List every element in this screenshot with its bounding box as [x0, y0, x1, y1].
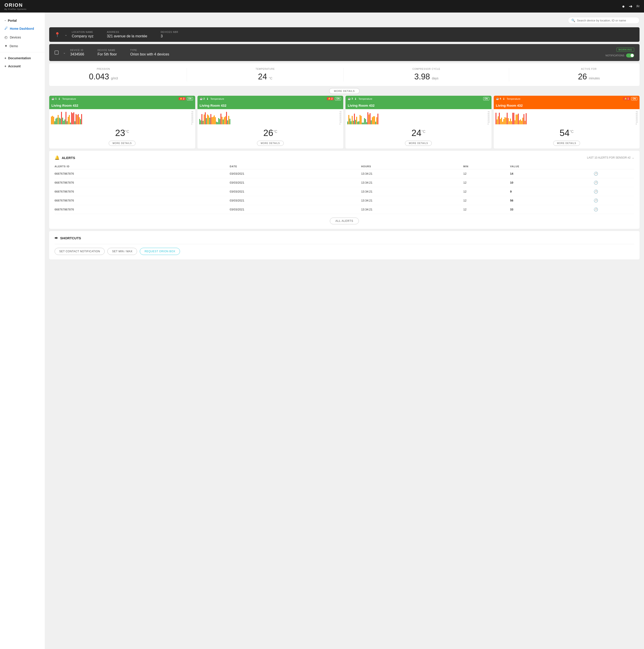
alert-id-cell: 668767867876	[54, 178, 230, 187]
search-input[interactable]	[577, 19, 636, 22]
sensor-chart-area: 70 50 40 30 20 10 0	[198, 109, 343, 126]
device-name-label: DEVICE NAME	[97, 49, 117, 51]
alert-detail-icon[interactable]: 🕐	[594, 172, 598, 176]
alerts-table: ALERTS ID DATE HOURS MIN VALUE 668767867…	[54, 164, 634, 214]
alert-detail-icon[interactable]: 🕐	[594, 190, 598, 193]
sensor-header: ☕ 3 🌡 Temperature ON	[345, 96, 491, 102]
sidebar-item-home-dashboard[interactable]: ☄ Home Dashbord	[0, 24, 45, 33]
alert-id-cell: 668767867876	[54, 196, 230, 205]
alert-value-cell: 33	[510, 205, 594, 214]
stat-temperature: TEMPERATURE 24 °C	[256, 68, 275, 81]
stat-active-value-wrap: 26 minutes	[578, 72, 600, 81]
device-chevron-icon[interactable]: ⌄	[63, 51, 66, 54]
sidebar-item-label: Documentation	[8, 56, 31, 60]
chart-bar	[215, 117, 216, 124]
alert-value-cell: 14	[510, 169, 594, 178]
chart-bar	[51, 117, 52, 124]
chart-bar	[68, 117, 69, 124]
chart-bar	[498, 116, 499, 124]
chart-bar	[78, 114, 79, 124]
alerts-sensor-label[interactable]: LAST 10 ALERTS FOR SENSOR #2 ⌄	[587, 156, 634, 159]
sensor-name-bar: Living Room 432	[345, 102, 491, 109]
chart-bar	[368, 112, 368, 124]
device-status-wrap: WORKING NOTIFICATIONS	[606, 48, 634, 57]
shortcut-set-min-max-button[interactable]: SET MIN / MAX	[108, 248, 137, 255]
alert-action-cell[interactable]: 🕐	[594, 196, 634, 205]
chart-bar	[353, 121, 354, 124]
chart-bar	[200, 120, 201, 124]
sensor-type: Temperature	[358, 97, 482, 100]
sidebar-item-account[interactable]: + Account	[0, 62, 45, 70]
alert-detail-icon[interactable]: 🕐	[594, 208, 598, 211]
alert-action-cell[interactable]: 🕐	[594, 205, 634, 214]
alert-min-cell: 12	[463, 205, 510, 214]
chart-bar	[81, 114, 82, 124]
sidebar-collapse-btn[interactable]: − Portal	[0, 17, 45, 24]
chart-bar	[214, 116, 215, 124]
alert-action-cell[interactable]: 🕐	[594, 178, 634, 187]
sidebar-divider	[0, 52, 45, 52]
device-checkbox[interactable]	[54, 50, 58, 54]
chart-bars	[347, 111, 486, 124]
stat-divider-2	[343, 68, 344, 81]
chart-bar	[59, 118, 60, 124]
sensor-num: ☕ 3	[348, 97, 353, 100]
sidebar-item-devices[interactable]: ◴ Devices	[0, 33, 45, 42]
logout-icon[interactable]: ➜	[629, 4, 633, 9]
sensor-more-details-button[interactable]: MORE DETAILS	[405, 141, 432, 146]
sensor-temp: 54°C	[494, 126, 640, 140]
chart-bar	[496, 113, 497, 124]
location-chevron-icon[interactable]: ⌄	[65, 33, 67, 37]
sidebar-item-demo[interactable]: ✦ Demo	[0, 42, 45, 50]
chart-bar	[75, 121, 75, 124]
logo: ORION By Fireflex Systems	[4, 2, 27, 10]
more-details-button[interactable]: MORE DETAILS	[329, 88, 359, 94]
sensor-chart-area: 70 50 40 30 20 10 0	[345, 109, 491, 126]
table-row: 668767867876 03/03/2021 13:34:21 12 33 🕐	[54, 205, 634, 214]
sidebar-item-documentation[interactable]: + Documentation	[0, 54, 45, 62]
shortcut-set-contact-button[interactable]: SET CONTACT NOTIFICATION	[54, 248, 105, 255]
alerts-table-head: ALERTS ID DATE HOURS MIN VALUE	[54, 164, 634, 169]
chart-bar	[506, 118, 507, 124]
topnav-icons: ● ➜ Fr	[622, 4, 640, 9]
alert-date-cell: 03/03/2021	[230, 196, 361, 205]
plus-icon: +	[4, 56, 6, 60]
shortcut-request-orion-button[interactable]: REQUEST ORION BOX	[140, 248, 180, 255]
alert-action-cell[interactable]: 🕐	[594, 187, 634, 196]
working-badge: WORKING	[616, 48, 634, 52]
notifications-toggle[interactable]	[626, 53, 634, 57]
sensor-more-details-button[interactable]: MORE DETAILS	[257, 141, 284, 146]
sensor-more-details-button[interactable]: MORE DETAILS	[553, 141, 580, 146]
chart-bar	[216, 122, 217, 124]
sensor-unit: °C	[125, 130, 129, 133]
location-address-field: ADDRESS 321 avenue de la montée	[107, 31, 147, 38]
stat-pression-unit: g/m3	[111, 77, 118, 80]
chart-bar	[526, 113, 527, 124]
sensor-num: ☕ 1	[51, 97, 56, 100]
chart-wrap: 70 50 40 30 20 10 0	[496, 111, 638, 124]
alert-detail-icon[interactable]: 🕐	[594, 181, 598, 184]
chart-bar	[356, 117, 357, 124]
device-fields: DEVICE ID 3434566 DEVICE NAME For 5th fl…	[70, 49, 601, 56]
chart-bar	[349, 119, 350, 124]
shortcuts-divider	[54, 244, 634, 244]
sensor-more-details-button[interactable]: MORE DETAILS	[109, 141, 135, 146]
chart-bar	[225, 116, 226, 124]
logo-sub: By Fireflex Systems	[4, 8, 27, 10]
language-selector[interactable]: Fr	[637, 4, 640, 8]
shortcuts-title: SHORTCUTS	[60, 236, 81, 240]
chart-bar	[371, 120, 372, 124]
account-icon[interactable]: ●	[622, 4, 625, 9]
sensor-temp: 26°C	[198, 126, 343, 140]
chart-wrap: 70 50 40 30 20 10 0	[199, 111, 342, 124]
alert-date-cell: 03/03/2021	[230, 187, 361, 196]
sensor-card-4: ☕ 4 🌡 Temperature 🔔 1 ON Living Room 432…	[494, 96, 640, 148]
col-action	[594, 164, 634, 169]
alert-hours-cell: 13:34:21	[361, 196, 463, 205]
alert-detail-icon[interactable]: 🕐	[594, 199, 598, 203]
alert-action-cell[interactable]: 🕐	[594, 169, 634, 178]
alerts-header: 🔔 ALERTS LAST 10 ALERTS FOR SENSOR #2 ⌄	[54, 155, 634, 160]
chart-bar	[365, 119, 366, 124]
alert-value-cell: 56	[510, 196, 594, 205]
all-alerts-button[interactable]: ALL ALERTS	[330, 218, 359, 224]
